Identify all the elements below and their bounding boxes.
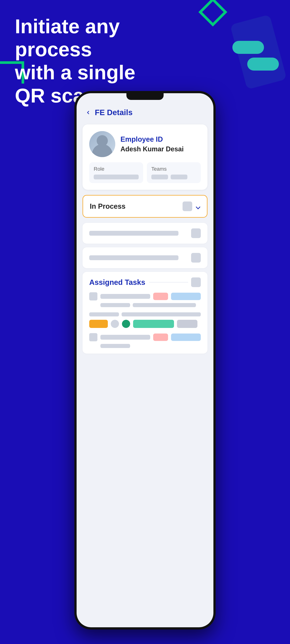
role-label: Role — [94, 166, 139, 172]
task-row-2-top — [89, 333, 201, 341]
task-badge-pink-1 — [153, 293, 168, 300]
screen-content: FE Details Employee ID Adesh Kumar Desai — [77, 93, 213, 627]
tasks-icon — [191, 278, 201, 287]
employee-card: Employee ID Adesh Kumar Desai Role Teams — [83, 124, 207, 190]
assigned-tasks-card: Assigned Tasks — [83, 272, 207, 354]
role-field: Role — [89, 162, 143, 183]
task-sub-bar-1b — [133, 303, 196, 307]
list-item-1[interactable] — [83, 223, 207, 244]
task-sub-bar-1a — [100, 303, 130, 307]
screen-header: FE Details — [83, 104, 207, 121]
task-badge-blue-1 — [171, 293, 201, 300]
status-right: ⌵ — [183, 202, 200, 211]
employee-fields: Role Teams — [89, 162, 201, 183]
task-row-colored — [89, 320, 201, 328]
phone-notch — [126, 93, 164, 100]
phone-outer: FE Details Employee ID Adesh Kumar Desai — [74, 91, 216, 630]
tasks-title: Assigned Tasks — [89, 278, 145, 286]
employee-info: Employee ID Adesh Kumar Desai — [120, 135, 201, 153]
employee-top: Employee ID Adesh Kumar Desai — [89, 131, 201, 157]
chevron-down-icon: ⌵ — [196, 202, 200, 211]
phone-wrapper: FE Details Employee ID Adesh Kumar Desai — [74, 91, 216, 630]
task-checkbox-1[interactable] — [89, 292, 97, 300]
teams-label: Teams — [151, 166, 196, 172]
task-badge-blue-2 — [171, 334, 201, 341]
task-row-1-top — [89, 292, 201, 300]
tasks-divider — [149, 282, 188, 282]
task-row-1 — [89, 292, 201, 307]
phone-screen: FE Details Employee ID Adesh Kumar Desai — [77, 93, 213, 627]
divider-bar-2 — [122, 312, 201, 316]
task-row-2 — [89, 333, 201, 348]
tasks-header: Assigned Tasks — [89, 278, 201, 287]
divider-bar-1 — [89, 312, 119, 316]
status-icon — [183, 202, 192, 211]
employee-name: Adesh Kumar Desai — [120, 145, 201, 153]
task-title-bar-2 — [100, 335, 150, 340]
status-text: In Process — [90, 202, 125, 210]
list-item-icon-2 — [191, 253, 201, 262]
task-title-bar-1 — [100, 294, 150, 299]
list-item-bar-2 — [89, 255, 178, 260]
task-section-divider — [89, 312, 201, 316]
teams-field: Teams — [147, 162, 201, 183]
badge-gray-bar — [177, 320, 197, 328]
badge-green-bar — [133, 320, 174, 328]
list-item-bar-1 — [89, 231, 178, 236]
task-sub-bar-2a — [100, 344, 130, 348]
diamond-decoration — [198, 0, 227, 26]
badge-circle — [111, 320, 119, 328]
back-button[interactable] — [84, 109, 92, 116]
employee-id-label: Employee ID — [120, 135, 201, 143]
task-row-1-bottom — [89, 303, 201, 307]
team-bar-1 — [151, 174, 168, 180]
avatar — [89, 131, 115, 157]
role-bar — [94, 174, 139, 180]
chat-bubble-2 — [247, 58, 279, 70]
list-item-2[interactable] — [83, 247, 207, 268]
badge-green-dot — [122, 320, 130, 328]
task-checkbox-2[interactable] — [89, 333, 97, 341]
team-bar-2 — [171, 174, 187, 180]
chat-bubble-1 — [232, 41, 264, 54]
task-badge-pink-2 — [153, 334, 168, 341]
header-title: FE Details — [95, 108, 133, 117]
list-item-icon-1 — [191, 228, 201, 238]
teams-bars — [151, 174, 196, 180]
status-dropdown[interactable]: In Process ⌵ — [83, 195, 207, 218]
task-row-2-bottom — [89, 344, 201, 348]
avatar-image — [89, 131, 115, 157]
badge-orange — [89, 320, 108, 328]
